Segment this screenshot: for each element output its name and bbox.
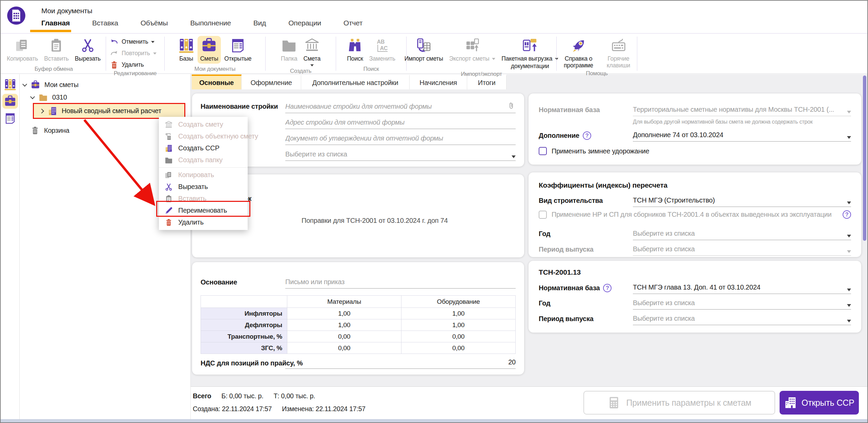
import-icon (416, 38, 432, 53)
cell-value[interactable]: 0,00 (401, 331, 516, 342)
tree-item-korzina[interactable]: Корзина (30, 124, 69, 137)
tab-operacii[interactable]: Операции (288, 19, 321, 27)
popravki-value: Поправки для ТСН-2001 от 03.10.2024 г. д… (302, 217, 448, 225)
menu-item-cut[interactable]: Вырезать (159, 181, 248, 193)
chevron-down-icon (847, 202, 851, 204)
export-smeta-button[interactable]: Экспорт сметы (447, 36, 498, 64)
tree-item-new-ssr[interactable]: Новый сводный сметный расчет (33, 103, 185, 119)
create-smeta-button[interactable]: Смета (301, 36, 323, 68)
stroyka-select-dropdown[interactable]: Выберите из списка (285, 147, 516, 161)
tsn13-year-dropdown[interactable]: Выберите из списка (633, 296, 851, 310)
menu-separator (159, 167, 248, 168)
chevron-down-icon[interactable] (30, 94, 35, 99)
help-icon[interactable]: ? (583, 131, 591, 140)
search-button[interactable]: Поиск (344, 36, 366, 64)
hotkeys-button[interactable]: Горячие клавиши (601, 36, 637, 70)
tab-vstavka[interactable]: Вставка (92, 19, 118, 27)
tab-dop-nastroyki[interactable]: Дополнительные настройки (301, 75, 410, 89)
total-t-value: Т: 0,00 тыс. р. (273, 392, 315, 400)
redo-button[interactable]: Повторить (110, 48, 164, 59)
horizontal-scrollbar[interactable] (1, 419, 867, 422)
cell-value[interactable]: 1,00 (401, 319, 516, 331)
open-ssr-button[interactable]: Открыть ССР (780, 391, 859, 415)
apply-params-button[interactable]: Применить параметры к сметам (583, 391, 775, 415)
normbase-dropdown[interactable]: Территориальные сметные нормативы для Мо… (633, 103, 851, 116)
winter-checkbox[interactable] (539, 147, 547, 155)
year-dropdown[interactable]: Выберите из списка (633, 227, 851, 240)
menu-item-create-folder[interactable]: Создать папку (159, 154, 248, 166)
help-about-button[interactable]: Справка о программе (557, 36, 600, 70)
tsn13-base-label-row: Нормативная база ? (539, 284, 612, 292)
menu-item-create-ssr[interactable]: Создать ССР (159, 142, 248, 154)
tab-vypolnenie[interactable]: Выполнение (190, 19, 231, 27)
tab-glavnaya[interactable]: Главная (41, 19, 70, 27)
strip-opened-button[interactable] (2, 111, 18, 126)
undo-button[interactable]: Отменить (110, 37, 164, 47)
modified-timestamp: Изменена: 22.11.2024 17:57 (282, 405, 365, 413)
cut-button[interactable]: Вырезать (72, 36, 103, 64)
menu-item-delete[interactable]: Удалить (159, 216, 248, 228)
delete-button[interactable]: Удалить (110, 60, 164, 70)
menu-item-copy[interactable]: Копировать (159, 169, 248, 181)
chevron-down-icon (847, 289, 851, 291)
table-corner-cell (201, 296, 287, 308)
main-panel: Основные Оформление Дополнительные настр… (191, 74, 867, 419)
normbase-hint: Для выбора другой нормативной базы смета… (633, 119, 813, 125)
chevron-down-icon (492, 58, 495, 60)
normbase-label: Нормативная база (539, 106, 600, 114)
help-icon[interactable]: ? (843, 210, 851, 219)
tab-otchet[interactable]: Отчет (344, 19, 363, 27)
vid-dropdown[interactable]: ТСН МГЭ (Строительство) (633, 193, 851, 207)
strip-smety-button[interactable] (2, 94, 18, 109)
row-label: Дефляторы (201, 319, 287, 331)
app-logo-icon (7, 6, 26, 25)
bases-button[interactable]: Базы (176, 36, 197, 64)
tab-oformlenie[interactable]: Оформление (242, 75, 301, 89)
replace-button[interactable]: AB AC Заменить (367, 36, 398, 64)
ribbon-divider (556, 37, 557, 71)
tab-vid[interactable]: Вид (253, 19, 266, 27)
tree-item-0310[interactable]: 0310 (31, 90, 67, 104)
cell-value[interactable]: 0,00 (401, 342, 516, 354)
tsn13-period-dropdown[interactable]: Выберите из списка (633, 312, 851, 325)
smety-button[interactable]: Сметы (198, 36, 221, 64)
tsn13-base-dropdown[interactable]: ТСН МГЭ глава 13. Доп. 41 от 03.10.2024 (633, 280, 851, 294)
vertical-scrollbar[interactable] (863, 76, 866, 241)
cell-value[interactable]: 0,00 (287, 331, 401, 342)
cell-value[interactable]: 0,00 (287, 342, 401, 354)
cell-value[interactable]: 1,00 (287, 319, 401, 331)
open-docs-icon (4, 112, 16, 124)
menu-item-create-object-smeta[interactable]: Создать объектную смету (159, 130, 248, 142)
year-label: Год (539, 230, 550, 238)
import-smeta-button[interactable]: Импорт сметы (402, 36, 446, 64)
help-icon[interactable]: ? (603, 284, 612, 292)
copy-button[interactable]: Копировать (4, 36, 41, 64)
create-folder-button[interactable]: Папка (278, 36, 300, 64)
strip-bases-button[interactable] (2, 77, 18, 92)
tree-item-moi-smety[interactable]: Мои сметы (23, 78, 79, 91)
opened-button[interactable]: Открытые (222, 36, 254, 64)
batch-upload-button[interactable]: Пакетная выгрузка документации (499, 36, 561, 71)
tab-obyomy[interactable]: Объёмы (141, 19, 168, 27)
cell-value[interactable]: 1,00 (401, 308, 516, 319)
paperclip-icon[interactable] (507, 102, 516, 110)
tsn13-year-label: Год (539, 299, 550, 307)
paste-button[interactable]: Вставить (41, 36, 71, 64)
nds-input[interactable]: 20 (285, 356, 516, 369)
chevron-down-icon[interactable] (22, 82, 27, 87)
stroyka-name-input[interactable]: Наименование стройки для отчетной формы (285, 100, 516, 113)
menu-item-create-smeta[interactable]: Создать смету (159, 119, 248, 130)
export-icon (464, 38, 480, 53)
nr-checkbox[interactable] (539, 211, 547, 219)
cell-value[interactable]: 1,00 (287, 308, 401, 319)
period-dropdown[interactable]: Выберите из списка (633, 242, 851, 256)
dop-dropdown[interactable]: Дополнение 74 от 03.10.2024 (633, 128, 851, 142)
osnovanie-input[interactable]: Письмо или приказ (285, 275, 516, 289)
copy-icon (165, 171, 173, 179)
stroyka-address-input[interactable]: Адрес стройки для отчетной формы (285, 115, 516, 129)
tab-osnovnye[interactable]: Основные (192, 75, 242, 89)
stroyka-doc-input[interactable]: Документ об утверждении для отчетной фор… (285, 131, 516, 145)
menu-tab-bar: Главная Вставка Объёмы Выполнение Вид Оп… (41, 19, 363, 27)
chevron-right-icon[interactable] (39, 108, 44, 113)
table-row: Дефляторы 1,00 1,00 (201, 319, 516, 331)
